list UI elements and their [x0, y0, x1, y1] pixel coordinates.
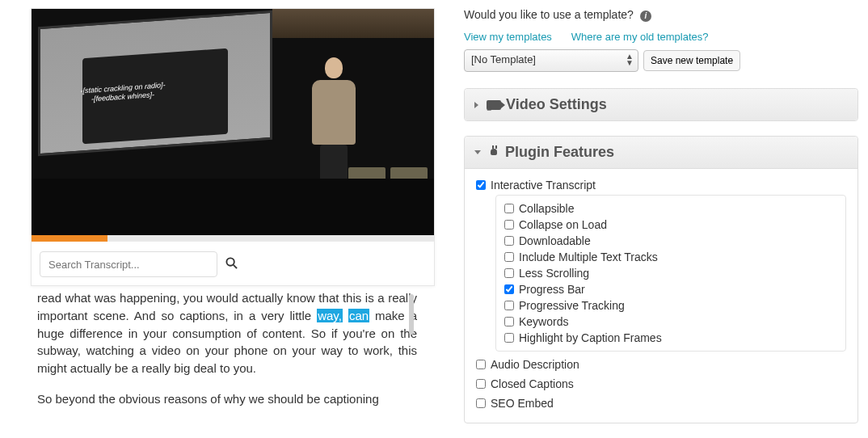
- chevron-updown-icon: ▲▼: [626, 53, 634, 66]
- checkbox-label: Collapsible: [519, 202, 574, 215]
- checkbox-label: Collapse on Load: [519, 218, 607, 231]
- checkbox-label: Progress Bar: [519, 283, 585, 296]
- interactive-transcript-group: Interactive Transcript CollapsibleCollap…: [476, 179, 846, 352]
- sub-option-row[interactable]: Collapsible: [504, 200, 837, 217]
- template-select-value: [No Template]: [471, 53, 536, 65]
- checkbox-label: Interactive Transcript: [491, 179, 596, 192]
- projector-screen: -[static crackling on radio]- -[feedback…: [38, 11, 272, 156]
- sub-option-checkbox[interactable]: [504, 268, 514, 278]
- checkbox-label: Highlight by Caption Frames: [519, 331, 662, 344]
- video-preview-card: -[static crackling on radio]- -[feedback…: [31, 8, 435, 286]
- sub-option-row[interactable]: Collapse on Load: [504, 217, 837, 233]
- sub-option-checkbox[interactable]: [504, 220, 514, 230]
- transcript-paragraph: read what was happening, you would actua…: [37, 289, 417, 377]
- old-templates-link[interactable]: Where are my old templates?: [571, 31, 709, 43]
- sub-option-checkbox[interactable]: [504, 333, 514, 343]
- sub-option-checkbox[interactable]: [504, 252, 514, 262]
- audio-description-checkbox-row[interactable]: Audio Description: [476, 358, 846, 371]
- checkbox-label: Closed Captions: [491, 377, 574, 390]
- template-prompt: Would you like to use a template? i: [464, 8, 858, 22]
- plugin-features-panel: Plugin Features Interactive Transcript C…: [464, 136, 858, 423]
- checkbox-label: Progressive Tracking: [519, 299, 625, 312]
- interactive-transcript-checkbox[interactable]: [476, 180, 486, 190]
- checkbox-label: SEO Embed: [491, 397, 554, 410]
- sub-option-checkbox[interactable]: [504, 301, 514, 310]
- checkbox-label: Audio Description: [491, 358, 579, 371]
- caret-down-icon: [474, 150, 481, 154]
- panel-title: Plugin Features: [505, 144, 614, 161]
- transcript-highlight: can: [348, 309, 369, 322]
- video-camera-icon: [487, 100, 501, 110]
- search-icon[interactable]: [225, 257, 238, 272]
- sub-option-row[interactable]: Highlight by Caption Frames: [504, 330, 837, 346]
- transcript-progress-bar[interactable]: [32, 235, 434, 242]
- sub-option-row[interactable]: Progressive Tracking: [504, 297, 837, 314]
- plugin-features-header[interactable]: Plugin Features: [465, 137, 857, 169]
- transcript-highlight: way,: [317, 309, 343, 322]
- interactive-transcript-sub-options: CollapsibleCollapse on LoadDownloadableI…: [495, 195, 846, 352]
- transcript-scrollbar[interactable]: [409, 294, 414, 335]
- checkbox-label: Include Multiple Text Tracks: [519, 251, 658, 263]
- sub-option-checkbox[interactable]: [504, 236, 514, 246]
- template-select[interactable]: [No Template] ▲▼: [464, 49, 638, 72]
- svg-line-1: [234, 265, 237, 268]
- audio-description-checkbox[interactable]: [476, 360, 486, 369]
- svg-point-0: [226, 258, 234, 265]
- checkbox-label: Downloadable: [519, 234, 591, 247]
- seo-embed-checkbox[interactable]: [476, 398, 486, 408]
- sub-option-checkbox[interactable]: [504, 317, 514, 326]
- caret-right-icon: [474, 102, 478, 108]
- video-player[interactable]: -[static crackling on radio]- -[feedback…: [32, 9, 434, 235]
- panel-title: Video Settings: [506, 96, 607, 113]
- plug-icon: [489, 147, 500, 158]
- view-templates-link[interactable]: View my templates: [464, 31, 552, 43]
- sub-option-checkbox[interactable]: [504, 204, 514, 213]
- seo-embed-checkbox-row[interactable]: SEO Embed: [476, 397, 846, 410]
- closed-captions-checkbox[interactable]: [476, 379, 486, 389]
- checkbox-label: Keywords: [519, 315, 568, 328]
- sub-option-checkbox[interactable]: [504, 284, 514, 294]
- sub-option-row[interactable]: Include Multiple Text Tracks: [504, 249, 837, 265]
- sub-option-row[interactable]: Keywords: [504, 314, 837, 330]
- sub-option-row[interactable]: Progress Bar: [504, 281, 837, 297]
- checkbox-label: Less Scrolling: [519, 267, 589, 280]
- video-settings-header[interactable]: Video Settings: [465, 89, 857, 120]
- transcript-paragraph: So beyond the obvious reasons of why we …: [37, 390, 417, 407]
- interactive-transcript-checkbox-row[interactable]: Interactive Transcript: [476, 179, 846, 192]
- sub-option-row[interactable]: Downloadable: [504, 233, 837, 249]
- sub-option-row[interactable]: Less Scrolling: [504, 265, 837, 281]
- search-transcript-input[interactable]: [40, 251, 217, 277]
- closed-captions-checkbox-row[interactable]: Closed Captions: [476, 377, 846, 390]
- video-settings-panel: Video Settings: [464, 88, 858, 121]
- save-template-button[interactable]: Save new template: [643, 50, 740, 71]
- transcript-pane[interactable]: read what was happening, you would actua…: [31, 286, 435, 407]
- info-icon[interactable]: i: [640, 11, 651, 22]
